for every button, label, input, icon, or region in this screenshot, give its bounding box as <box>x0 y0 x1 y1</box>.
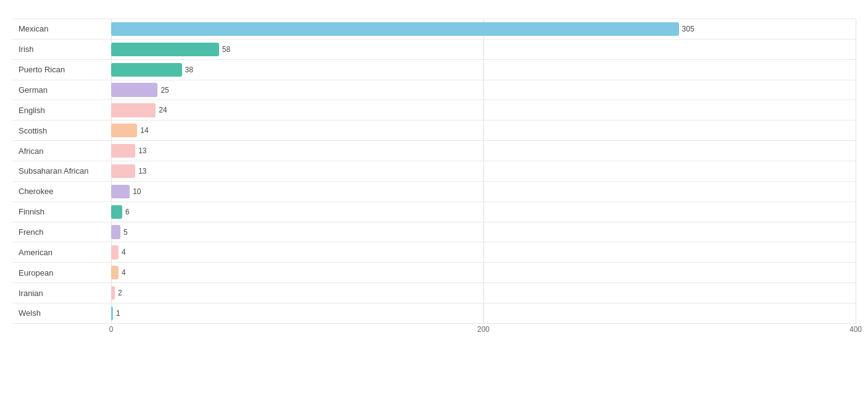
bar-row: American 4 <box>12 242 856 263</box>
bar-track: 10 <box>111 182 856 201</box>
bar-fill: 25 <box>111 83 157 96</box>
bar-row: French 5 <box>12 222 856 243</box>
bar-track: 13 <box>111 161 856 181</box>
bar-track: 25 <box>111 80 856 100</box>
bar-row: Iranian 2 <box>12 283 856 303</box>
bar-value: 38 <box>185 66 193 74</box>
bars-wrapper: Mexican 305 Irish 58 Puerto Rican 38 Ger… <box>12 19 856 324</box>
bar-row: Mexican 305 <box>12 19 856 40</box>
bar-row: Irish 58 <box>12 40 856 60</box>
bar-value: 24 <box>159 106 167 114</box>
bar-value: 4 <box>122 248 126 256</box>
bar-fill: 38 <box>111 63 182 77</box>
bar-value: 305 <box>682 25 695 33</box>
bar-label: Welsh <box>12 308 111 318</box>
bar-value: 58 <box>222 45 230 54</box>
bar-value: 6 <box>125 208 130 216</box>
chart-container: Mexican 305 Irish 58 Puerto Rican 38 Ger… <box>0 0 868 398</box>
bar-track: 4 <box>111 263 856 282</box>
bar-label: Iranian <box>12 289 111 298</box>
bar-row: European 4 <box>12 263 856 283</box>
bar-value: 1 <box>116 309 120 318</box>
bar-label: Finnish <box>12 207 111 216</box>
bar-value: 13 <box>138 167 146 176</box>
bar-value: 13 <box>138 146 146 155</box>
bar-track: 58 <box>111 40 856 59</box>
bar-fill: 305 <box>111 22 679 36</box>
bar-row: Scottish 14 <box>12 121 856 141</box>
bar-row: English 24 <box>12 100 856 121</box>
bar-label: Scottish <box>12 126 111 135</box>
bar-label: Mexican <box>12 24 111 33</box>
bar-value: 2 <box>118 289 122 297</box>
bar-track: 2 <box>111 283 856 303</box>
x-axis-label: 400 <box>849 325 862 334</box>
bar-row: Finnish 6 <box>12 202 856 222</box>
bar-fill: 4 <box>111 245 119 259</box>
bar-track: 24 <box>111 100 856 120</box>
bar-value: 14 <box>140 126 148 135</box>
bar-label: European <box>12 268 111 277</box>
bar-fill: 2 <box>111 286 115 300</box>
bar-fill: 14 <box>111 124 137 137</box>
bar-fill: 13 <box>111 164 135 178</box>
bar-label: American <box>12 248 111 257</box>
bar-fill: 24 <box>111 103 156 117</box>
bar-track: 13 <box>111 141 856 161</box>
bar-row: German 25 <box>12 80 856 101</box>
bar-label: Subsaharan African <box>12 166 111 176</box>
bar-label: German <box>12 85 111 95</box>
bar-value: 25 <box>161 86 169 95</box>
bar-track: 1 <box>111 303 856 323</box>
bar-fill: 10 <box>111 185 130 198</box>
bar-track: 38 <box>111 60 856 80</box>
bar-row: Cherokee 10 <box>12 182 856 202</box>
bar-fill: 1 <box>111 307 113 320</box>
x-axis: 0200400 <box>111 325 856 342</box>
bar-track: 6 <box>111 202 856 222</box>
bar-label: French <box>12 227 111 237</box>
bar-label: Puerto Rican <box>12 65 111 74</box>
x-axis-label: 200 <box>477 325 490 334</box>
bar-row: Subsaharan African 13 <box>12 161 856 182</box>
bar-value: 5 <box>123 228 128 237</box>
bar-track: 305 <box>111 19 856 39</box>
bar-track: 14 <box>111 121 856 140</box>
bar-fill: 4 <box>111 266 119 279</box>
bar-row: African 13 <box>12 141 856 161</box>
x-axis-label: 0 <box>109 325 114 334</box>
bar-row: Welsh 1 <box>12 303 856 324</box>
bar-row: Puerto Rican 38 <box>12 60 856 80</box>
bar-label: English <box>12 106 111 115</box>
bar-track: 4 <box>111 242 856 262</box>
bar-value: 4 <box>122 268 126 277</box>
bar-fill: 13 <box>111 144 135 158</box>
bar-track: 5 <box>111 222 856 242</box>
bar-label: Cherokee <box>12 187 111 196</box>
bar-value: 10 <box>133 187 141 196</box>
bar-fill: 6 <box>111 205 122 219</box>
bar-label: Irish <box>12 44 111 54</box>
chart-area: Mexican 305 Irish 58 Puerto Rican 38 Ger… <box>12 19 856 342</box>
bar-fill: 58 <box>111 43 219 56</box>
bar-label: African <box>12 146 111 156</box>
bar-fill: 5 <box>111 225 120 239</box>
grid-line-400 <box>856 19 856 324</box>
